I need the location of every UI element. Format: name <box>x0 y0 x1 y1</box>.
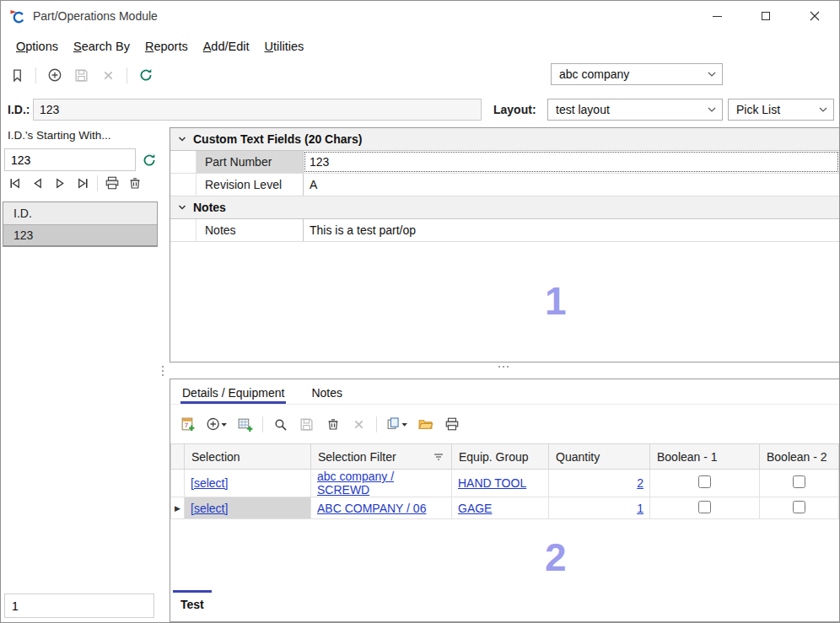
print-grid-button[interactable] <box>443 416 460 433</box>
window-controls <box>692 1 839 31</box>
print-button[interactable] <box>104 175 121 191</box>
equip-group-cell: GAGE <box>452 497 549 519</box>
prev-record-button[interactable] <box>29 175 46 191</box>
refresh-button[interactable] <box>137 67 154 84</box>
section-header-notes[interactable]: Notes <box>170 196 839 219</box>
refresh-icon <box>142 153 157 168</box>
section-header-custom-text[interactable]: Custom Text Fields (20 Chars) <box>170 128 839 151</box>
record-navigator <box>6 175 143 191</box>
chevron-down-icon <box>177 202 187 212</box>
boolean-1-checkbox[interactable] <box>698 501 711 513</box>
trash-button[interactable] <box>127 175 143 191</box>
id-list-header[interactable]: I.D. <box>3 202 157 225</box>
selection-cell: [select] <box>185 497 311 519</box>
boolean-2-checkbox[interactable] <box>793 475 805 488</box>
search-button[interactable] <box>272 416 289 433</box>
row-selector[interactable]: ▶ <box>171 497 185 519</box>
record-count-field[interactable] <box>4 593 154 618</box>
delete-row-button[interactable] <box>324 416 342 433</box>
bookmark-button[interactable] <box>8 67 26 84</box>
tab-test[interactable]: Test <box>180 598 204 611</box>
chevron-down-icon <box>703 72 716 77</box>
open-folder-button[interactable] <box>417 416 434 433</box>
refresh-icon <box>138 67 153 83</box>
property-row-revision-level: Revision Level A <box>170 174 839 196</box>
layout-combobox[interactable]: test layout <box>547 99 723 121</box>
search-refresh-button[interactable] <box>141 152 157 168</box>
title-bar: Part/Operations Module <box>1 1 839 31</box>
first-record-icon <box>8 176 22 191</box>
selection-filter-link[interactable]: abc company / SCREWD <box>317 470 394 497</box>
row-selector[interactable] <box>171 470 185 497</box>
first-record-button[interactable] <box>6 175 23 191</box>
horizontal-splitter-handle[interactable] <box>498 366 509 368</box>
boolean-1-cell <box>650 470 760 497</box>
next-record-button[interactable] <box>51 175 68 191</box>
column-header-equip-group[interactable]: Equip. Group <box>452 444 549 470</box>
add-circle-icon <box>47 67 62 83</box>
cancel-row-button[interactable] <box>350 416 368 433</box>
equip-group-link[interactable]: GAGE <box>458 502 492 515</box>
save-button[interactable] <box>73 67 90 84</box>
last-record-button[interactable] <box>74 175 91 191</box>
selection-cell: [select] <box>185 470 311 497</box>
boolean-1-checkbox[interactable] <box>698 475 711 488</box>
menu-search-by[interactable]: Search By <box>66 36 137 56</box>
company-combobox[interactable]: abc company <box>551 63 723 85</box>
toolbar-separator <box>376 416 377 432</box>
column-header-boolean-1[interactable]: Boolean - 1 <box>650 444 760 470</box>
add-grid-row-button[interactable] <box>236 416 254 433</box>
property-value-field[interactable]: 123 <box>304 151 839 173</box>
vertical-splitter-handle[interactable] <box>159 366 166 386</box>
menu-options[interactable]: Options <box>8 36 66 56</box>
chevron-down-icon <box>703 107 716 112</box>
save-row-button[interactable] <box>298 416 315 433</box>
tab-details-equipment[interactable]: Details / Equipment <box>180 382 286 404</box>
menu-reports[interactable]: Reports <box>137 36 196 56</box>
id-input[interactable] <box>33 99 482 121</box>
minimize-button[interactable] <box>692 1 741 31</box>
column-header-quantity[interactable]: Quantity <box>549 444 650 470</box>
add-grid-icon <box>237 416 253 432</box>
property-value-field[interactable]: A <box>304 174 839 196</box>
selection-filter-link[interactable]: ABC COMPANY / 06 <box>317 502 426 515</box>
close-button[interactable] <box>790 1 839 31</box>
menu-utilities[interactable]: Utilities <box>257 36 312 56</box>
select-link[interactable]: [select] <box>191 502 228 515</box>
export-dropdown-button[interactable] <box>385 416 408 433</box>
equipment-pane: Details / Equipment Notes 7 <box>170 379 840 622</box>
column-header-selection[interactable]: Selection <box>185 444 311 470</box>
column-header-boolean-2[interactable]: Boolean - 2 <box>760 444 839 470</box>
id-search-input[interactable] <box>4 148 136 171</box>
toolbar-separator <box>262 416 263 432</box>
tab-notes[interactable]: Notes <box>310 382 344 404</box>
add-row-dropdown-button[interactable] <box>205 416 228 433</box>
bookmark-icon <box>10 68 24 83</box>
equip-group-link[interactable]: HAND TOOL <box>458 476 526 490</box>
prev-record-icon <box>30 176 45 191</box>
add-button[interactable] <box>46 67 63 84</box>
menu-add-edit[interactable]: Add/Edit <box>196 36 257 56</box>
picklist-combobox[interactable]: Pick List <box>728 99 834 121</box>
column-header-selection-filter[interactable]: Selection Filter <box>311 444 452 470</box>
quantity-link[interactable]: 2 <box>637 476 643 490</box>
select-link[interactable]: [select] <box>191 476 228 490</box>
filter-icon <box>433 452 444 462</box>
add-dropdown-icon <box>206 416 228 432</box>
search-icon <box>273 417 288 432</box>
boolean-2-checkbox[interactable] <box>793 501 805 513</box>
property-value-field[interactable]: This is a test part/op <box>304 219 839 241</box>
pane-2-watermark: 2 <box>545 534 567 580</box>
equipment-toolbar: 7 <box>170 408 460 440</box>
quantity-cell: 2 <box>549 470 650 497</box>
delete-button[interactable] <box>100 67 117 84</box>
quantity-link[interactable]: 1 <box>637 502 643 515</box>
selection-filter-cell: abc company / SCREWD <box>311 470 452 497</box>
maximize-button[interactable] <box>741 1 790 31</box>
id-list: I.D. 123 <box>3 201 158 247</box>
insert-date-button[interactable]: 7 <box>179 416 197 433</box>
list-item[interactable]: 123 <box>3 225 157 246</box>
layout-combobox-value: test layout <box>556 103 610 116</box>
property-row-notes: Notes This is a test part/op <box>170 219 839 242</box>
menu-bar: Options Search By Reports Add/Edit Utili… <box>1 35 311 58</box>
